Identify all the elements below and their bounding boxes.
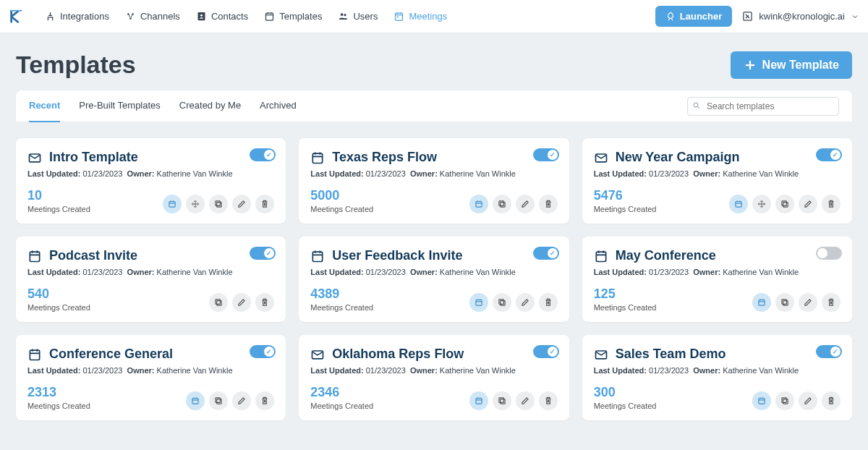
- svg-point-4: [200, 14, 203, 17]
- copy-action[interactable]: [775, 195, 794, 213]
- svg-rect-33: [783, 301, 788, 305]
- active-toggle[interactable]: [250, 148, 276, 161]
- svg-rect-45: [783, 399, 788, 404]
- move-icon: [190, 199, 200, 209]
- user-menu[interactable]: kwink@kronologic.ai: [742, 11, 859, 22]
- mail-icon: [310, 347, 325, 362]
- card-title: Oklahoma Reps Flow: [332, 347, 464, 362]
- meetings-count: 10: [27, 188, 90, 203]
- cal-action[interactable]: [729, 195, 748, 213]
- copy-action[interactable]: [493, 293, 511, 312]
- launcher-label: Launcher: [680, 11, 723, 22]
- trash-action[interactable]: [822, 195, 841, 213]
- cal-action[interactable]: [469, 391, 488, 410]
- copy-action[interactable]: [493, 195, 511, 213]
- app-icon: [742, 11, 753, 22]
- edit-action[interactable]: [799, 195, 817, 213]
- copy-action[interactable]: [209, 195, 228, 213]
- cal-action[interactable]: [186, 391, 205, 410]
- trash-icon: [260, 199, 270, 209]
- trash-icon: [543, 396, 553, 406]
- trash-icon: [826, 396, 836, 406]
- copy-action[interactable]: [775, 293, 794, 312]
- svg-rect-23: [782, 201, 786, 205]
- nav-users[interactable]: Users: [338, 11, 378, 22]
- svg-rect-37: [217, 399, 221, 404]
- copy-action[interactable]: [493, 391, 511, 410]
- copy-icon: [780, 199, 790, 209]
- logo: [9, 9, 25, 25]
- new-template-button[interactable]: New Template: [731, 51, 852, 79]
- card-actions: [752, 293, 841, 312]
- search-input[interactable]: [687, 97, 839, 116]
- trash-action[interactable]: [539, 391, 558, 410]
- cal-icon: [310, 249, 325, 263]
- tab-pre-built-templates[interactable]: Pre-Built Templates: [79, 90, 160, 122]
- trash-action[interactable]: [255, 293, 274, 312]
- card-actions: [469, 293, 558, 312]
- edit-action[interactable]: [516, 195, 535, 213]
- svg-rect-31: [596, 252, 605, 261]
- card-meta: Last Updated: 01/23/2023 Owner: Katherin…: [27, 268, 274, 276]
- search-icon: [692, 101, 701, 110]
- nav-meetings[interactable]: Meetings: [393, 11, 447, 22]
- meetings-label: Meetings Created: [594, 205, 657, 213]
- edit-action[interactable]: [232, 195, 251, 213]
- meetings-count: 125: [594, 286, 657, 302]
- template-card: User Feedback InviteLast Updated: 01/23/…: [299, 237, 569, 322]
- nav-integrations[interactable]: Integrations: [45, 11, 109, 22]
- active-toggle[interactable]: [250, 345, 276, 358]
- trash-action[interactable]: [539, 195, 558, 213]
- active-toggle[interactable]: [533, 148, 559, 161]
- edit-action[interactable]: [232, 391, 251, 410]
- contacts-icon: [196, 11, 207, 22]
- template-card: Oklahoma Reps FlowLast Updated: 01/23/20…: [299, 335, 569, 420]
- cal-action[interactable]: [752, 293, 771, 312]
- card-title: Podcast Invite: [49, 248, 137, 263]
- cal-action[interactable]: [752, 391, 771, 410]
- rocket-icon: [665, 12, 676, 22]
- edit-action[interactable]: [516, 391, 535, 410]
- edit-action[interactable]: [232, 293, 251, 312]
- tab-archived[interactable]: Archived: [260, 90, 297, 122]
- templates-icon: [264, 11, 275, 22]
- trash-action[interactable]: [822, 293, 841, 312]
- edit-action[interactable]: [799, 391, 817, 410]
- nav-templates[interactable]: Templates: [264, 11, 322, 22]
- move-action[interactable]: [186, 195, 205, 213]
- users-icon: [338, 11, 349, 22]
- copy-action[interactable]: [209, 293, 228, 312]
- active-toggle[interactable]: [816, 247, 842, 260]
- active-toggle[interactable]: [816, 345, 842, 358]
- nav-contacts[interactable]: Contacts: [196, 11, 248, 22]
- trash-action[interactable]: [255, 195, 274, 213]
- cal-icon: [733, 199, 744, 209]
- cal-action[interactable]: [469, 293, 488, 312]
- card-meta: Last Updated: 01/23/2023 Owner: Katherin…: [310, 268, 557, 276]
- trash-action[interactable]: [539, 293, 558, 312]
- tab-created-by-me[interactable]: Created by Me: [179, 90, 241, 122]
- move-action[interactable]: [752, 195, 771, 213]
- active-toggle[interactable]: [533, 247, 559, 260]
- copy-action[interactable]: [775, 391, 794, 410]
- cal-action[interactable]: [469, 195, 488, 213]
- nav-channels[interactable]: Channels: [125, 11, 180, 22]
- cal-action[interactable]: [163, 195, 182, 213]
- svg-rect-14: [217, 203, 221, 207]
- edit-action[interactable]: [799, 293, 817, 312]
- trash-action[interactable]: [822, 391, 841, 410]
- svg-rect-9: [397, 17, 399, 18]
- edit-action[interactable]: [516, 293, 535, 312]
- active-toggle[interactable]: [816, 148, 842, 161]
- active-toggle[interactable]: [533, 345, 559, 358]
- launcher-button[interactable]: Launcher: [655, 6, 733, 27]
- active-toggle[interactable]: [250, 247, 276, 260]
- trash-action[interactable]: [255, 391, 274, 410]
- tab-recent[interactable]: Recent: [29, 90, 60, 122]
- card-actions: [209, 293, 274, 312]
- svg-rect-29: [500, 301, 504, 305]
- svg-rect-22: [783, 203, 788, 207]
- copy-action[interactable]: [209, 391, 228, 410]
- meetings-label: Meetings Created: [310, 205, 373, 213]
- card-meta: Last Updated: 01/23/2023 Owner: Katherin…: [310, 169, 557, 178]
